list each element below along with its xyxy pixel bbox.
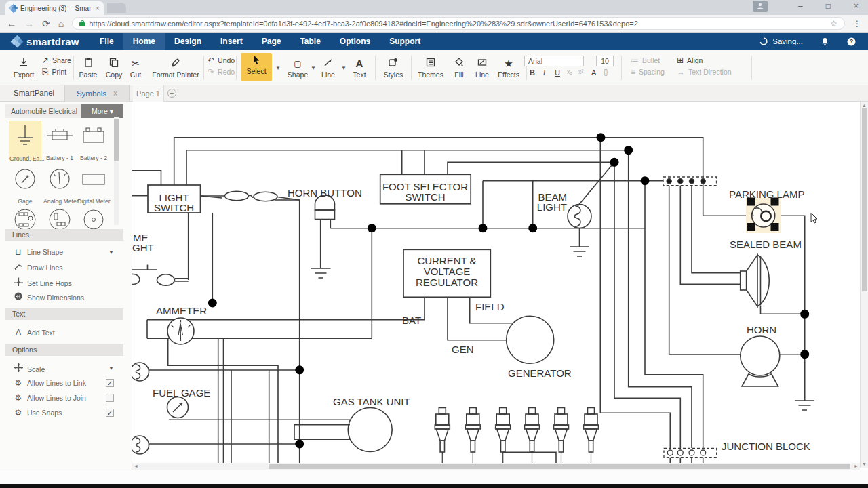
scroll-right-icon[interactable]: ►	[854, 464, 859, 468]
window-minimize-button[interactable]: –	[798, 1, 803, 11]
line-style-button[interactable]: Line	[472, 57, 492, 79]
smartdraw-logo[interactable]: smartdraw	[12, 36, 90, 47]
back-icon[interactable]: ←	[7, 19, 16, 28]
show-dimensions-item[interactable]: Show Dimensions	[9, 292, 123, 304]
align-button[interactable]: ⊞Align	[677, 56, 703, 65]
bookmark-star-icon[interactable]: ☆	[830, 19, 837, 28]
menu-support[interactable]: Support	[380, 33, 430, 50]
menu-design[interactable]: Design	[165, 33, 211, 50]
export-button[interactable]: Export	[11, 57, 37, 79]
symbol-battery-2[interactable]: Battery - 2	[77, 121, 110, 161]
select-dropdown-arrow[interactable]: ▼	[275, 65, 281, 71]
bold-button[interactable]: B	[530, 68, 535, 77]
app-header: smartdraw File Home Design Insert Page T…	[0, 33, 868, 50]
shape-button[interactable]: ▢Shape	[285, 57, 311, 79]
browser-tab[interactable]: Engineering (3) -- Smart ×	[5, 1, 104, 15]
allow-lines-join-checkbox[interactable]	[106, 394, 114, 402]
font-size-input[interactable]: 10	[596, 56, 614, 66]
use-snaps-checkbox[interactable]: ✓	[106, 409, 114, 417]
sync-icon	[760, 37, 768, 45]
font-color-button[interactable]: A	[591, 68, 596, 77]
add-page-button[interactable]: +	[167, 89, 176, 98]
cut-button[interactable]: ✂Cut	[126, 57, 145, 79]
bullet-button[interactable]: ≔Bullet	[631, 56, 660, 65]
print-button[interactable]: ⎘Print	[42, 67, 66, 77]
menu-file[interactable]: File	[90, 33, 123, 50]
symbol-grid-scrollbar[interactable]	[114, 117, 119, 225]
tab-symbols[interactable]: Symbols X	[64, 85, 130, 102]
allow-lines-link-checkbox[interactable]: ✓	[106, 379, 114, 387]
symbol-digital-meter[interactable]: Digital Meter	[77, 164, 110, 205]
allow-lines-join-item[interactable]: ⚙Allow Lines to Join	[9, 393, 123, 405]
scroll-left-icon[interactable]: ◄	[134, 464, 138, 468]
home-icon[interactable]: ⌂	[58, 19, 64, 28]
reload-icon[interactable]: ⟳	[42, 19, 50, 28]
browser-menu-icon[interactable]: ⋮	[853, 19, 861, 28]
allow-lines-link-item[interactable]: ⚙Allow Lines to Link✓	[9, 378, 123, 390]
share-button[interactable]: ↗Share	[42, 56, 71, 65]
font-family-input[interactable]: Arial	[524, 56, 584, 66]
subscript-button[interactable]: x₂	[567, 68, 572, 75]
smartdraw-logo-text: smartdraw	[26, 36, 79, 47]
scale-item[interactable]: Scale▼	[9, 363, 123, 375]
undo-button[interactable]: ↶Undo	[208, 56, 235, 65]
effects-button[interactable]: ★Effects	[495, 57, 522, 79]
tab-smartpanel[interactable]: SmartPanel	[14, 89, 54, 97]
url-bar[interactable]: https://cloud.smartdraw.com/editor.aspx?…	[72, 17, 845, 30]
scroll-down-icon[interactable]: ▼	[862, 462, 867, 466]
profile-icon[interactable]	[753, 1, 768, 12]
tab-page1[interactable]: Page 1	[133, 85, 164, 102]
symbol-analog-meter[interactable]: Analog Meter	[43, 164, 76, 205]
text-direction-button[interactable]: ↔Text Direction	[677, 67, 732, 77]
format-painter-button[interactable]: Format Painter	[148, 57, 203, 79]
line-dropdown-arrow[interactable]: ▼	[341, 65, 347, 71]
saving-status: Saving...	[760, 37, 803, 45]
fill-button[interactable]: Fill	[449, 57, 469, 79]
window-close-button[interactable]: ×	[854, 1, 859, 11]
tab-close-icon[interactable]: ×	[96, 4, 100, 12]
symbols-tab-close-icon[interactable]: X	[113, 90, 117, 97]
draw-lines-item[interactable]: Draw Lines	[9, 262, 123, 274]
menu-options[interactable]: Options	[330, 33, 380, 50]
svg-text:HORN: HORN	[747, 324, 776, 336]
menu-home[interactable]: Home	[123, 33, 165, 50]
help-icon[interactable]: ?	[847, 37, 856, 46]
select-button[interactable]: Select	[241, 53, 272, 81]
window-maximize-button[interactable]: □	[826, 1, 831, 11]
symbol-ground[interactable]: Ground, Ea...	[9, 121, 41, 161]
drawing-canvas[interactable]: LIGHT SWITCH HORN BUTTON FOOT SELECTOR S…	[132, 102, 860, 463]
paste-button[interactable]: Paste	[76, 57, 100, 79]
line-shape-item[interactable]: ⊔Line Shape▼	[9, 247, 123, 260]
line-button[interactable]: Line	[317, 57, 339, 79]
menu-table[interactable]: Table	[290, 33, 330, 50]
select-cursor-icon	[252, 55, 261, 66]
new-tab-button[interactable]	[107, 3, 126, 13]
text-button[interactable]: AText	[349, 57, 370, 79]
add-text-item[interactable]: AAdd Text	[9, 327, 123, 340]
more-button[interactable]: More ▾	[81, 104, 123, 118]
underline-button[interactable]: U	[555, 68, 560, 77]
superscript-button[interactable]: x²	[578, 68, 584, 75]
menu-insert[interactable]: Insert	[211, 33, 252, 50]
section-lines: Lines	[5, 229, 123, 241]
scroll-up-icon[interactable]: ▲	[862, 103, 867, 108]
svg-text:LIGHT: LIGHT	[537, 201, 567, 213]
svg-text:SEALED BEAM: SEALED BEAM	[730, 239, 802, 250]
menu-page[interactable]: Page	[252, 33, 291, 50]
spacing-button[interactable]: ≡Spacing	[631, 67, 665, 77]
copy-button[interactable]: Copy	[102, 57, 126, 79]
styles-button[interactable]: Styles	[380, 57, 407, 79]
use-snaps-item[interactable]: ⚙Use Snaps✓	[9, 408, 123, 420]
symbol-gage[interactable]: Gage	[9, 164, 41, 205]
themes-button[interactable]: Themes	[415, 57, 446, 79]
symbol-battery-1[interactable]: Battery - 1	[43, 121, 76, 161]
set-line-hops-item[interactable]: Set Line Hops	[9, 277, 123, 289]
shape-dropdown-arrow[interactable]: ▼	[311, 65, 316, 71]
redo-button[interactable]: ↷Redo	[208, 67, 235, 77]
notifications-bell-icon[interactable]	[821, 37, 829, 46]
vertical-scrollbar[interactable]: ▲ ▼	[860, 102, 868, 468]
symbol-button[interactable]: {}	[604, 68, 608, 76]
forward-icon[interactable]: →	[24, 19, 34, 28]
italic-button[interactable]: I	[543, 68, 545, 77]
horizontal-scrollbar[interactable]: ◄ ►	[132, 463, 860, 470]
